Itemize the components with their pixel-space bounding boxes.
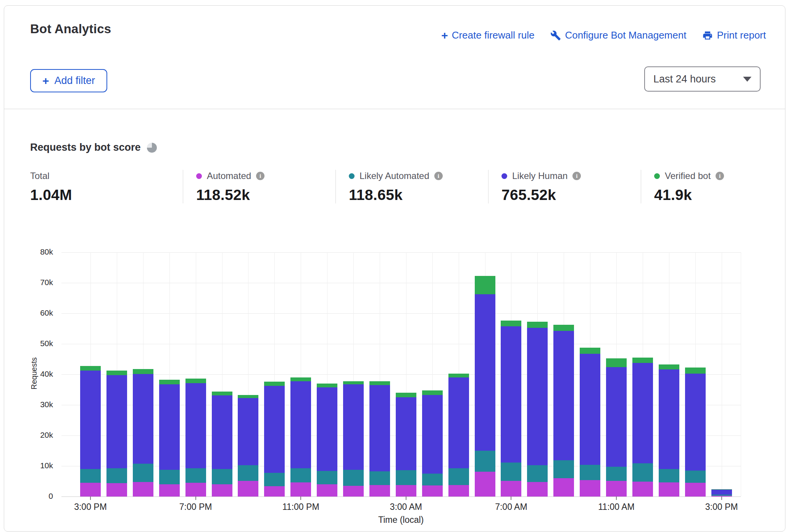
chart-bar[interactable] [632,6,653,497]
chart-bar[interactable] [264,6,285,497]
bar-segment-likely-human [422,395,443,474]
y-axis-tick-label: 50k [26,339,53,348]
bar-segment-likely-human [80,371,101,469]
bar-segment-likely-automated [659,469,679,482]
chart-bar[interactable] [317,6,337,497]
bar-segment-likely-human [711,490,732,495]
chart-bar[interactable] [369,6,390,497]
bar-segment-automated [527,482,548,497]
bar-segment-verified-bot [632,358,653,363]
x-axis-tick-label: 3:00 AM [376,502,437,512]
bar-segment-verified-bot [133,369,153,374]
chart-bar[interactable] [475,6,495,497]
chart-bar[interactable] [80,6,101,497]
x-axis-tick-label: 7:00 PM [165,502,226,512]
y-axis-tick-label: 30k [26,400,53,409]
bar-segment-likely-human [290,381,311,468]
bar-segment-likely-human [264,386,285,473]
bar-segment-automated [606,481,627,497]
chart-bar[interactable] [553,6,574,497]
x-axis-tick [300,497,301,500]
bar-segment-automated [659,482,679,497]
bot-analytics-page: Bot Analytics + Create firewall rule Con… [0,0,790,532]
x-axis-tick [616,497,617,500]
bar-segment-automated [317,484,337,497]
bar-segment-verified-bot [264,382,285,385]
bar-segment-verified-bot [475,276,495,294]
bar-segment-likely-automated [422,474,443,485]
bar-segment-likely-human [448,377,469,468]
bar-segment-likely-automated [317,471,337,484]
chart-bar[interactable] [106,6,127,497]
bar-segment-likely-automated [343,470,364,486]
x-axis-tick [90,497,91,500]
bar-segment-verified-bot [448,374,469,377]
chart-bar[interactable] [659,6,679,497]
bar-segment-automated [501,481,521,497]
bar-segment-likely-automated [606,467,627,481]
bar-segment-likely-automated [264,473,285,486]
requests-by-bot-score-chart: 010k20k30k40k50k60k70k80k3:00 PM7:00 PM1… [4,6,785,531]
bar-segment-automated [580,480,600,497]
chart-bar[interactable] [580,6,600,497]
bar-segment-likely-automated [396,470,416,485]
chart-bar[interactable] [711,6,732,497]
bar-segment-likely-human [580,354,600,464]
y-axis-tick-label: 0 [26,492,53,501]
bar-segment-automated [553,478,574,497]
bar-segment-likely-human [396,397,416,470]
chart-bar[interactable] [527,6,548,497]
chart-bar[interactable] [448,6,469,497]
bar-segment-likely-automated [632,463,653,482]
chart-bar[interactable] [501,6,521,497]
chart-bar[interactable] [685,6,706,497]
chart-bar[interactable] [185,6,206,497]
bar-segment-likely-automated [133,464,153,482]
bar-segment-automated [185,483,206,497]
bar-segment-likely-automated [369,471,390,485]
x-axis-tick [511,497,511,500]
x-axis-tick-label: 3:00 PM [691,502,752,512]
y-axis-tick-label: 60k [26,308,53,318]
chart-bar[interactable] [606,6,627,497]
y-axis-tick-label: 10k [26,461,53,470]
bar-segment-verified-bot [290,377,311,381]
bar-segment-automated [212,484,232,497]
bar-segment-verified-bot [527,322,548,327]
bar-segment-likely-automated [501,463,521,481]
bar-segment-verified-bot [369,381,390,385]
y-axis-tick-label: 70k [26,278,53,287]
bar-segment-automated [264,486,285,497]
chart-bar[interactable] [290,6,311,497]
chart-bar[interactable] [159,6,180,497]
bar-segment-verified-bot [553,325,574,331]
chart-bar[interactable] [212,6,232,497]
bar-segment-likely-automated [553,460,574,478]
bar-segment-automated [343,486,364,497]
bar-segment-likely-human [185,383,206,468]
x-axis-tick [406,497,406,500]
bar-segment-automated [133,482,153,497]
bar-segment-likely-human [369,385,390,471]
bar-segment-automated [396,485,416,497]
bar-segment-automated [475,472,495,497]
x-axis-tick-label: 11:00 PM [270,502,331,512]
y-axis-title: Requests [30,351,39,397]
bar-segment-verified-bot [80,366,101,371]
bar-segment-likely-human [501,326,521,463]
chart-bar[interactable] [422,6,443,497]
bar-segment-automated [290,482,311,497]
chart-bar[interactable] [133,6,153,497]
bar-segment-likely-automated [475,451,495,472]
bar-segment-likely-human [212,395,232,469]
bar-segment-likely-human [685,374,706,471]
bar-segment-verified-bot [159,380,180,384]
gridline [61,497,741,497]
y-axis-tick-label: 20k [26,430,53,440]
bar-segment-likely-automated [685,471,706,483]
chart-bar[interactable] [343,6,364,497]
gridline [741,252,741,497]
chart-bar[interactable] [396,6,416,497]
x-axis-tick-label: 3:00 PM [60,502,121,512]
chart-bar[interactable] [238,6,258,497]
